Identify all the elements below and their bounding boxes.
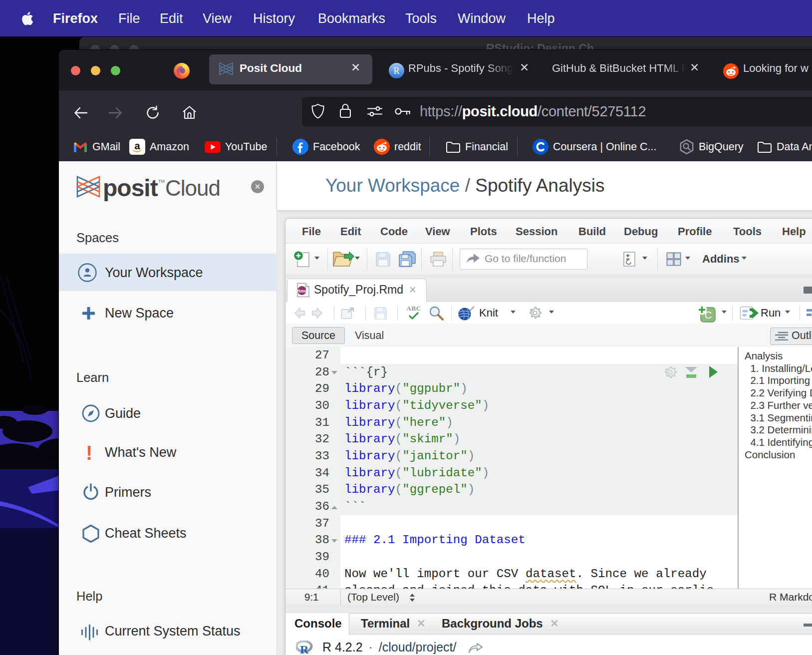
svg-text:R: R: [393, 66, 399, 76]
svg-text:Rmd: Rmd: [297, 289, 307, 294]
svg-text:R: R: [300, 643, 309, 655]
svg-text:a: a: [134, 140, 140, 151]
